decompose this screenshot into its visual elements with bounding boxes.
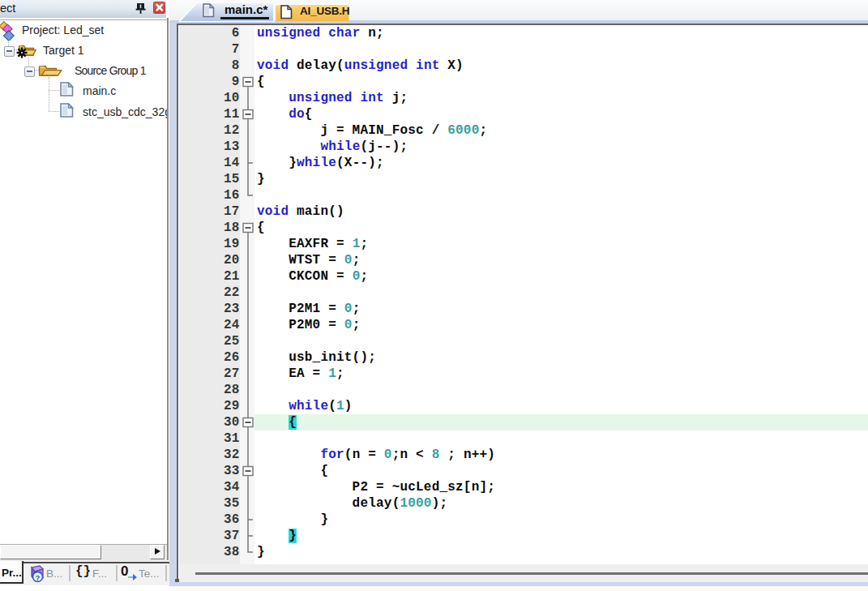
svg-text:?: ?	[36, 573, 41, 582]
